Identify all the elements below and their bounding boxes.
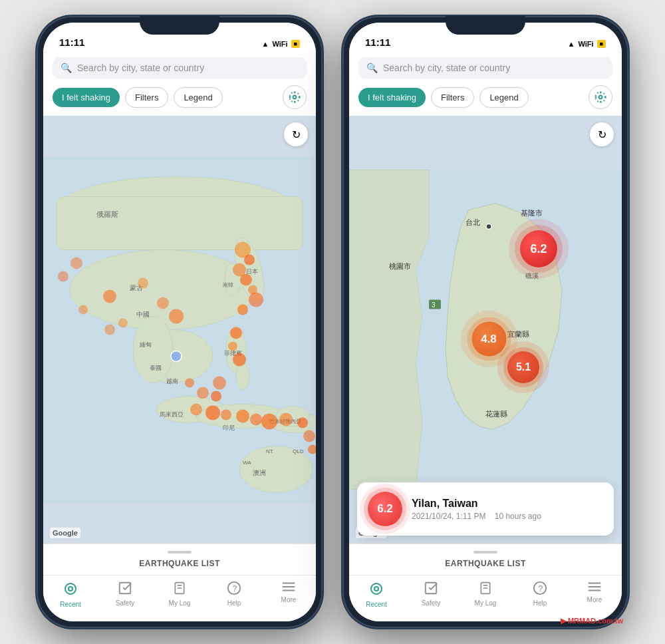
- map-area-1[interactable]: 俄羅斯 蒙古 中國 日本 南韓 緬甸 泰國 越南 菲律賓 馬來西亞 印尼 巴布紐…: [43, 116, 316, 544]
- svg-point-67: [65, 583, 76, 594]
- tab-help-label-1: Help: [227, 599, 241, 607]
- mrmad-watermark: ▶ MRMAD.com.tw: [561, 617, 623, 625]
- search-input-2[interactable]: 🔍 Search by city, state or country: [358, 57, 612, 79]
- svg-text:?: ?: [538, 583, 543, 593]
- svg-rect-4: [57, 197, 303, 250]
- status-time-1: 11:11: [59, 37, 84, 48]
- tab-help-label-2: Help: [533, 599, 547, 607]
- svg-point-42: [233, 353, 246, 367]
- signal-icon: ▲: [262, 40, 269, 48]
- tab-more-2[interactable]: More: [575, 581, 614, 608]
- svg-point-51: [303, 430, 315, 442]
- eq-list-label-2: EARTHQUAKE LIST: [445, 559, 526, 568]
- phone-2: 11:11 ▲ WiFi ■ 🔍 Search by city, state o…: [342, 16, 628, 628]
- battery-icon: ■: [291, 40, 300, 48]
- tab-help-2[interactable]: ? Help: [520, 581, 560, 608]
- eq-6-2-bubble: 6.2: [520, 230, 557, 267]
- svg-point-59: [118, 319, 128, 328]
- tab-help-1[interactable]: ? Help: [214, 581, 254, 608]
- tab-recent-2[interactable]: Recent: [356, 581, 396, 608]
- svg-point-63: [185, 379, 194, 388]
- svg-point-47: [250, 414, 262, 426]
- tab-safety-1[interactable]: Safety: [105, 581, 145, 608]
- svg-point-66: [213, 377, 226, 390]
- eq-6-2-container: 6.2: [509, 219, 569, 279]
- tab-bar-2: Recent Safety My Log: [349, 575, 622, 621]
- tab-mylog-2[interactable]: My Log: [466, 581, 505, 608]
- legend-button-1[interactable]: Legend: [174, 87, 222, 108]
- svg-point-44: [205, 406, 220, 420]
- svg-point-40: [230, 327, 242, 339]
- wifi-icon: WiFi: [272, 40, 287, 48]
- svg-text:中國: 中國: [136, 311, 150, 318]
- svg-point-39: [237, 305, 248, 315]
- svg-text:WA: WA: [243, 460, 251, 466]
- eq-list-bar-2[interactable]: EARTHQUAKE LIST: [349, 544, 622, 575]
- status-time-2: 11:11: [365, 37, 390, 48]
- tab-mylog-1[interactable]: My Log: [160, 581, 200, 608]
- svg-text:日本: 日本: [246, 268, 258, 275]
- eq-list-bar-1[interactable]: EARTHQUAKE LIST: [43, 544, 316, 575]
- svg-point-58: [104, 325, 115, 335]
- svg-point-41: [228, 342, 237, 351]
- status-icons-2: ▲ WiFi ■: [568, 40, 606, 48]
- eq-5-1-rings: 5.1: [497, 341, 549, 393]
- refresh-button-1[interactable]: ↻: [284, 122, 308, 146]
- status-icons-1: ▲ WiFi ■: [262, 40, 300, 48]
- legend-button-2[interactable]: Legend: [479, 87, 528, 108]
- popup-mag-value: 6.2: [377, 502, 393, 516]
- safety-icon-1: [118, 581, 132, 597]
- svg-point-56: [157, 297, 169, 309]
- search-placeholder-2: Search by city, state or country: [383, 63, 510, 73]
- svg-point-55: [78, 305, 88, 315]
- tab-safety-label-2: Safety: [422, 599, 440, 607]
- svg-text:緬甸: 緬甸: [139, 341, 152, 348]
- popup-datetime: 2021/10/24, 1:11 PM: [412, 512, 485, 521]
- svg-text:桃園市: 桃園市: [389, 262, 411, 270]
- notch-2: [446, 16, 525, 35]
- filters-button-2[interactable]: Filters: [431, 87, 474, 108]
- svg-point-11: [236, 363, 249, 390]
- recent-icon-1: [63, 581, 78, 599]
- svg-text:NT: NT: [266, 448, 273, 454]
- recent-icon-2: [368, 581, 384, 599]
- refresh-button-2[interactable]: ↻: [590, 122, 614, 146]
- tab-mylog-label-1: My Log: [169, 599, 191, 607]
- tab-more-1[interactable]: More: [269, 581, 309, 608]
- search-input-1[interactable]: 🔍 Search by city, state or country: [53, 57, 307, 79]
- eq-6-2-magnitude: 6.2: [530, 242, 547, 256]
- popup-time-ago: 10 hours ago: [495, 512, 541, 521]
- tab-recent-1[interactable]: Recent: [51, 581, 90, 608]
- locate-button-1[interactable]: [283, 85, 307, 109]
- search-icon-2: 🔍: [366, 63, 378, 73]
- svg-rect-69: [120, 583, 131, 594]
- filters-button-1[interactable]: Filters: [125, 87, 168, 108]
- tab-safety-2[interactable]: Safety: [411, 581, 451, 608]
- felt-shaking-button-1[interactable]: I felt shaking: [53, 88, 120, 107]
- svg-text:越南: 越南: [166, 378, 178, 385]
- svg-text:台北: 台北: [466, 218, 480, 226]
- svg-text:?: ?: [232, 583, 237, 593]
- svg-point-50: [297, 418, 308, 428]
- map-area-2[interactable]: 3 台北 基隆市 桃園市 礁溪 宜蘭縣 花蓮縣 6.2: [349, 116, 622, 544]
- battery-icon-2: ■: [597, 40, 606, 48]
- svg-point-45: [221, 410, 231, 420]
- svg-point-1: [290, 92, 300, 102]
- svg-point-36: [240, 274, 252, 286]
- help-icon-1: ?: [227, 581, 241, 597]
- signal-icon-2: ▲: [568, 40, 575, 48]
- svg-point-60: [70, 257, 82, 269]
- svg-point-46: [236, 410, 249, 423]
- svg-point-43: [190, 404, 202, 416]
- svg-point-64: [197, 387, 209, 399]
- svg-point-54: [103, 290, 116, 303]
- felt-shaking-button-2[interactable]: I felt shaking: [358, 88, 426, 107]
- locate-button-2[interactable]: [589, 85, 612, 109]
- svg-text:泰國: 泰國: [150, 365, 162, 371]
- tab-recent-label-2: Recent: [366, 601, 387, 608]
- popup-card[interactable]: 6.2 Yilan, Taiwan 2021/10/24, 1:11 PM 10…: [357, 482, 614, 536]
- svg-point-83: [486, 224, 491, 230]
- svg-text:QLD: QLD: [293, 448, 304, 454]
- svg-point-78: [599, 96, 602, 99]
- mylog-icon-1: [173, 581, 186, 597]
